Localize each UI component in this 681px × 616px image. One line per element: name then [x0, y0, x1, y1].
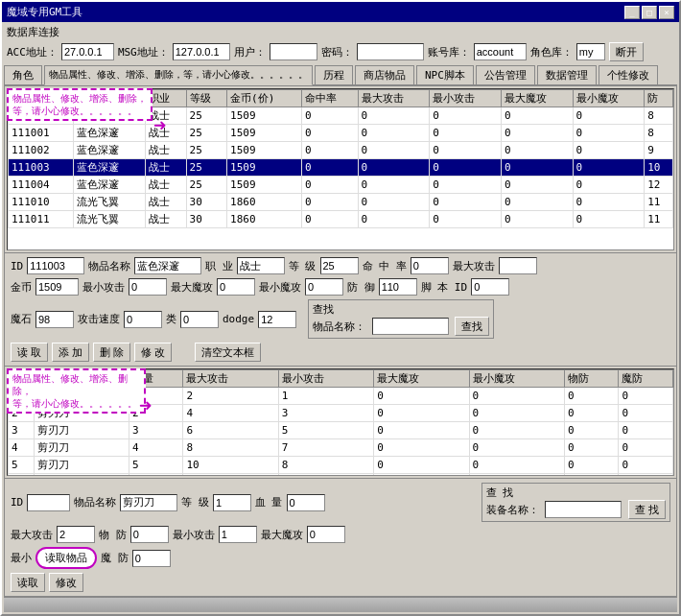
lower-table-row[interactable]: 2剪刃刀2430000 — [9, 405, 673, 422]
lower-id-input[interactable] — [27, 494, 70, 511]
equip-name-input[interactable] — [545, 501, 622, 518]
upper-type-input[interactable] — [180, 311, 219, 328]
lower-search-box: 查 找 装备名称： 查 找 — [481, 483, 670, 522]
tab-item[interactable]: 物品属性、修改、增添、删除，等，请小心修改。。。。。。 — [44, 65, 313, 85]
tab-shop[interactable]: 商店物品 — [355, 65, 414, 84]
upper-type-label: 类 — [166, 312, 176, 326]
modify-button[interactable]: 修 改 — [134, 343, 172, 362]
lower-table-container[interactable]: 物品名称 血量 最大攻击 最小攻击 最大魔攻 最小魔攻 物防 魔防 — [7, 368, 674, 476]
col-name: 物品名称 — [74, 90, 146, 107]
lower-maxatk-label: 最大攻击 — [11, 528, 53, 542]
upper-hit-label: 命 中 率 — [363, 259, 407, 273]
lcol-minmatk: 最小魔攻 — [469, 370, 564, 388]
maximize-button[interactable]: □ — [642, 6, 657, 19]
lower-mdef-input[interactable] — [132, 550, 171, 567]
lower-maxmatk-input[interactable] — [307, 526, 345, 543]
col-def: 防 — [645, 90, 673, 107]
tab-npc[interactable]: NPC脚本 — [416, 65, 474, 84]
upper-foot-input[interactable] — [471, 278, 509, 296]
lcol-mdef: 魔防 — [619, 370, 673, 388]
upper-table-row[interactable]: 111000蓝色深邃战士251509000008 — [9, 107, 673, 125]
search-name-label: 物品名称： — [313, 320, 365, 333]
menu-bar[interactable]: 数据库连接 — [4, 24, 677, 40]
upper-table-row[interactable]: 111011流光飞翼战士3018600000011 — [9, 211, 673, 228]
upper-def-input[interactable] — [379, 278, 417, 296]
upper-minatk-input[interactable] — [129, 278, 167, 296]
upper-gold-label: 金币 — [11, 280, 32, 295]
search-name-input[interactable] — [372, 318, 449, 335]
search-button[interactable]: 查找 — [455, 317, 489, 336]
upper-level-input[interactable] — [320, 257, 359, 274]
db-input[interactable] — [474, 43, 527, 60]
disconnect-button[interactable]: 断开 — [609, 42, 644, 61]
upper-hit-input[interactable] — [411, 257, 449, 274]
lower-search-label: 查 找 — [486, 486, 514, 499]
upper-maxmatk-label: 最大魔攻 — [171, 280, 213, 295]
search-label: 查找 — [313, 303, 334, 316]
upper-table-container[interactable]: ID 物品名称 职业 等级 金币(价) 命中率 最大攻击 最小攻击 最大魔攻 — [7, 88, 674, 250]
upper-table-row[interactable]: 111003蓝色深邃战士2515090000010 — [9, 159, 673, 177]
acc-input[interactable] — [61, 43, 114, 60]
lower-pdef-input[interactable] — [130, 526, 169, 543]
col-minmatk: 最小魔攻 — [573, 90, 645, 107]
tab-role[interactable]: 角色 — [4, 65, 42, 84]
lower-table-row[interactable]: 6剪刃刀612100000 — [9, 474, 673, 477]
tab-custom[interactable]: 个性修改 — [599, 65, 658, 84]
upper-gold-input[interactable] — [35, 278, 79, 296]
col-maxmatk: 最大魔攻 — [501, 90, 573, 107]
role-label: 角色库： — [530, 45, 573, 59]
lower-hp-input[interactable] — [287, 494, 325, 511]
upper-id-input[interactable] — [27, 257, 84, 274]
add-button[interactable]: 添 加 — [52, 343, 89, 362]
upper-minmatk-input[interactable] — [305, 278, 343, 296]
lower-name-input[interactable] — [120, 494, 177, 511]
upper-maxmatk-input[interactable] — [217, 278, 255, 296]
lower-form: ID 物品名称 等 级 血 量 查 找 装备名称： 查 找 — [5, 478, 676, 596]
lcol-idx — [9, 370, 35, 388]
pwd-input[interactable] — [357, 43, 424, 60]
upper-stone-input[interactable] — [35, 311, 74, 328]
main-window: 魔域专用GM工具 _ □ × 数据库连接 ACC地址： MSG地址： 用户： 密… — [0, 0, 681, 616]
read-button[interactable]: 读 取 — [11, 343, 48, 362]
lower-table-row[interactable]: 4剪刃刀4870000 — [9, 439, 673, 457]
lower-modify-button[interactable]: 修改 — [49, 573, 83, 592]
delete-button[interactable]: 删 除 — [93, 343, 130, 362]
user-input[interactable] — [270, 43, 317, 60]
upper-dodge-label: dodge — [223, 313, 254, 325]
lower-maxatk-input[interactable] — [57, 526, 95, 543]
lower-maxmatk-label: 最大魔攻 — [261, 528, 303, 542]
tab-announce[interactable]: 公告管理 — [476, 65, 535, 84]
upper-maxatk-input[interactable] — [499, 257, 537, 274]
lower-table-row[interactable]: 5剪刃刀51080000 — [9, 457, 673, 474]
lower-section: 物品属性、修改、增添、删除，等，请小心修改。。。。。。 ➜ 物品名称 血量 — [5, 366, 676, 596]
upper-table-row[interactable]: 111004蓝色深邃战士2515090000012 — [9, 177, 673, 194]
upper-table-row[interactable]: 111010流光飞翼战士3018600000011 — [9, 194, 673, 211]
title-bar: 魔域专用GM工具 _ □ × — [2, 2, 679, 22]
upper-table-row[interactable]: 111001蓝色深邃战士251509000008 — [9, 125, 673, 142]
close-button[interactable]: × — [659, 6, 674, 19]
lower-search-button[interactable]: 查 找 — [628, 500, 666, 519]
msg-input[interactable] — [173, 43, 230, 60]
menu-db[interactable]: 数据库连接 — [7, 26, 59, 38]
lower-id-label: ID — [11, 496, 23, 509]
upper-speed-input[interactable] — [124, 311, 162, 328]
lower-pdef-label: 物 防 — [99, 528, 127, 542]
db-label: 账号库： — [428, 45, 470, 59]
upper-job-input[interactable] — [237, 257, 285, 274]
upper-name-input[interactable] — [134, 257, 201, 274]
col-price: 金币(价) — [227, 90, 302, 107]
lower-table-row[interactable]: 1剪刃刀1210000 — [9, 388, 673, 405]
lower-minatk-input[interactable] — [219, 526, 257, 543]
lower-table-row[interactable]: 3剪刃刀3650000 — [9, 422, 673, 439]
tab-data[interactable]: 数据管理 — [537, 65, 597, 84]
lower-read-button[interactable]: 读取 — [11, 573, 45, 592]
status-bar — [4, 597, 677, 612]
minimize-button[interactable]: _ — [624, 6, 640, 19]
upper-dodge-input[interactable] — [258, 311, 296, 328]
upper-table-row[interactable]: 111002蓝色深邃战士251509000009 — [9, 142, 673, 159]
clear-button[interactable]: 清空文本框 — [195, 343, 261, 362]
role-input[interactable] — [576, 43, 605, 60]
upper-minatk-label: 最小攻击 — [82, 280, 125, 295]
tab-history[interactable]: 历程 — [315, 65, 353, 84]
lower-level-input[interactable] — [213, 494, 251, 511]
